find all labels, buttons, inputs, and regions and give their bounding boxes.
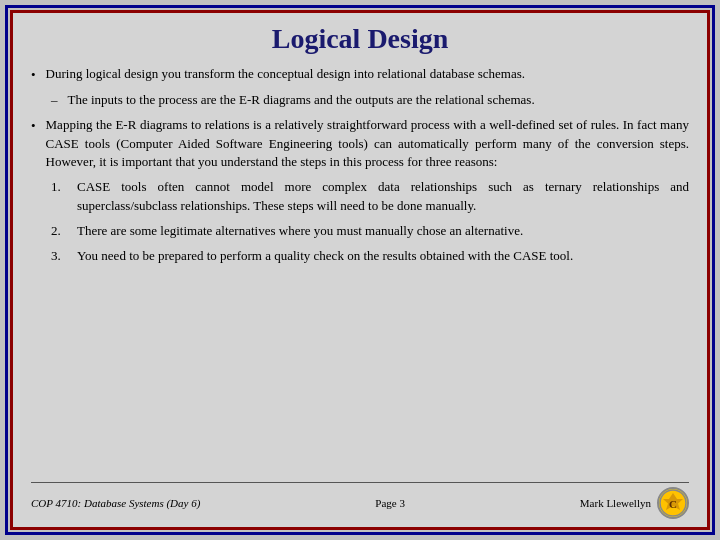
bullet-text-1: During logical design you transform the …	[46, 65, 689, 84]
slide: Logical Design • During logical design y…	[10, 10, 710, 530]
numbered-symbol-1: 1.	[51, 178, 67, 197]
ucf-logo: C	[657, 487, 689, 519]
bullet-symbol-2: •	[31, 117, 36, 136]
bullet-item-2: • Mapping the E-R diagrams to relations …	[31, 116, 689, 173]
footer-right-section: Mark Llewellyn C	[580, 487, 689, 519]
footer-page: Page 3	[375, 497, 405, 509]
numbered-item-2: 2. There are some legitimate alternative…	[51, 222, 689, 241]
svg-text:C: C	[669, 498, 677, 510]
slide-content: • During logical design you transform th…	[31, 65, 689, 478]
bullet-text-2: Mapping the E-R diagrams to relations is…	[46, 116, 689, 173]
numbered-item-3: 3. You need to be prepared to perform a …	[51, 247, 689, 266]
numbered-item-1: 1. CASE tools often cannot model more co…	[51, 178, 689, 216]
bullet-symbol-1: •	[31, 66, 36, 85]
numbered-symbol-3: 3.	[51, 247, 67, 266]
slide-title: Logical Design	[31, 23, 689, 55]
sub-bullet-1: – The inputs to the process are the E-R …	[51, 91, 689, 110]
slide-footer: COP 4710: Database Systems (Day 6) Page …	[31, 482, 689, 519]
sub-bullet-text-1: The inputs to the process are the E-R di…	[68, 91, 690, 110]
sub-bullet-symbol-1: –	[51, 91, 58, 110]
numbered-text-3: You need to be prepared to perform a qua…	[77, 247, 689, 266]
bullet-item-1: • During logical design you transform th…	[31, 65, 689, 85]
numbered-symbol-2: 2.	[51, 222, 67, 241]
numbered-text-1: CASE tools often cannot model more compl…	[77, 178, 689, 216]
footer-author: Mark Llewellyn	[580, 497, 651, 509]
footer-course: COP 4710: Database Systems (Day 6)	[31, 497, 200, 509]
numbered-text-2: There are some legitimate alternatives w…	[77, 222, 689, 241]
